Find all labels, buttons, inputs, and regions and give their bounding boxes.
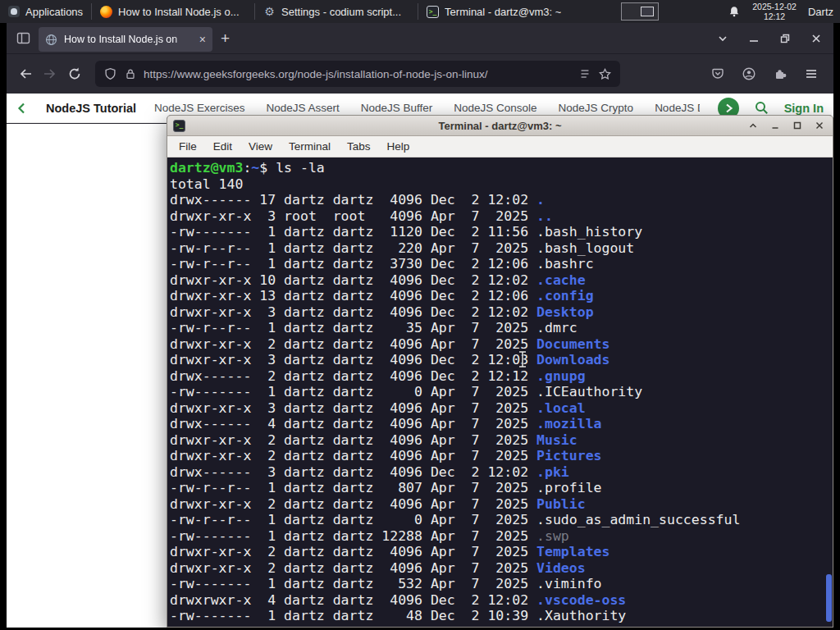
user-menu[interactable]: Dartz [808, 6, 837, 18]
taskbar-label: Terminal - dartz@vm3: ~ [445, 6, 561, 18]
terminal-output-line: drwxr-xr-x 13 dartz dartz 4096 Dec 2 12:… [170, 288, 833, 304]
applications-icon [8, 6, 20, 17]
desktop: Applications How to Install Node.js o...… [0, 0, 840, 630]
terminal-menubar: File Edit View Terminal Tabs Help [167, 136, 833, 158]
minimize-icon[interactable] [768, 118, 783, 133]
account-icon[interactable] [737, 62, 761, 86]
file-name: .bash_logout [536, 240, 634, 256]
file-name: .pki [536, 464, 569, 480]
terminal-output-line: drwxr-xr-x 3 dartz dartz 4096 Dec 2 12:0… [170, 352, 833, 368]
terminal-output-line: drwxrwxr-x 4 dartz dartz 4096 Dec 2 12:0… [170, 592, 833, 609]
menu-view[interactable]: View [241, 138, 280, 155]
gfg-nav-items: NodeJS Exercises NodeJS Assert NodeJS Bu… [154, 102, 700, 114]
clock-date: 2025-12-02 [752, 2, 797, 12]
gfg-nav-item[interactable]: NodeJS Assert [266, 102, 339, 114]
reload-icon[interactable] [62, 62, 87, 86]
prompt-path: ~ [251, 160, 259, 176]
prompt-dollar: $ [259, 160, 276, 176]
settings-gear-icon: ⚙ [263, 6, 276, 18]
terminal-window-controls [746, 118, 827, 133]
terminal-output-line: drwxr-xr-x 3 dartz dartz 4096 Dec 2 12:0… [170, 304, 833, 321]
menu-file[interactable]: File [171, 138, 204, 155]
tab-active[interactable]: How to Install Node.js on × [39, 27, 212, 52]
taskbar-item-terminal[interactable]: >_ Terminal - dartz@vm3: ~ [418, 0, 581, 23]
gfg-back-chevron-icon[interactable] [16, 102, 28, 115]
notification-bell-icon[interactable] [728, 5, 741, 18]
padlock-icon[interactable] [124, 67, 137, 80]
menu-edit[interactable]: Edit [206, 138, 240, 155]
file-name: .dmrc [536, 320, 578, 336]
taskbar-item-settings[interactable]: ⚙ Settings - codium script... [255, 0, 418, 23]
taskbar-item-firefox[interactable]: How to Install Node.js o... [92, 0, 254, 23]
url-bar[interactable]: https://www.geeksforgeeks.org/node-js/in… [95, 61, 620, 87]
forward-icon[interactable] [38, 62, 62, 86]
terminal-output-line: -rw-r--r-- 1 dartz dartz 3730 Dec 2 12:0… [170, 256, 833, 272]
bookmark-star-icon[interactable] [598, 67, 612, 81]
terminal-output-line: -rw------- 1 dartz dartz 1120 Dec 2 11:5… [170, 224, 833, 240]
file-name: .mozilla [536, 416, 601, 431]
list-all-tabs-icon[interactable] [710, 26, 735, 51]
file-name: .bash_history [536, 224, 642, 240]
reader-mode-icon[interactable] [578, 67, 591, 80]
close-button[interactable] [804, 26, 829, 51]
terminal-output-line: drwx------ 17 dartz dartz 4096 Dec 2 12:… [170, 192, 833, 208]
terminal-output-line: drwxr-xr-x 2 dartz dartz 4096 Apr 7 2025… [170, 496, 833, 513]
taskbar-label: Settings - codium script... [281, 6, 401, 18]
gfg-nav-item[interactable]: NodeJS Exercises [154, 102, 244, 114]
file-name: .ICEauthority [536, 384, 642, 399]
applications-menu[interactable]: Applications [0, 0, 91, 23]
restore-button[interactable] [773, 26, 797, 51]
terminal-title: Terminal - dartz@vm3: ~ [167, 120, 833, 132]
tab-close-icon[interactable]: × [199, 34, 206, 45]
terminal-scrollbar-thumb[interactable] [826, 574, 832, 622]
gfg-nav-item[interactable]: NodeJS Crypto [559, 102, 634, 114]
menu-tabs[interactable]: Tabs [340, 138, 378, 155]
extensions-puzzle-icon[interactable] [768, 62, 792, 86]
terminal-output-line: -rw-r--r-- 1 dartz dartz 35 Apr 7 2025 .… [170, 320, 833, 336]
gfg-nav-tutorial[interactable]: NodeJS Tutorial [46, 102, 136, 115]
file-name: Music [536, 432, 578, 448]
prompt-user-host: dartz@vm3 [170, 160, 243, 176]
close-icon[interactable] [812, 118, 827, 133]
terminal-output-line: drwxr-xr-x 2 dartz dartz 4096 Apr 7 2025… [170, 560, 833, 577]
sign-in-button[interactable]: Sign In [784, 102, 824, 115]
globe-favicon-icon [45, 34, 57, 46]
terminal-output-line: -rw-r--r-- 1 dartz dartz 0 Apr 7 2025 .s… [170, 512, 833, 528]
file-name: Videos [536, 560, 586, 576]
minimize-button[interactable] [742, 26, 766, 51]
file-name: Public [536, 496, 586, 512]
menu-help[interactable]: Help [380, 138, 418, 155]
terminal-titlebar[interactable]: >_ Terminal - dartz@vm3: ~ [167, 116, 833, 136]
terminal-screen[interactable]: dartz@vm3:~$ ls -la total 140 drwx------… [167, 158, 833, 626]
toolbar-right-icons [705, 62, 827, 86]
terminal-output-line: drwx------ 2 dartz dartz 4096 Dec 2 12:1… [170, 368, 833, 385]
terminal-output-line: drwxr-xr-x 2 dartz dartz 4096 Apr 7 2025… [170, 432, 833, 449]
tab-title: How to Install Node.js on [64, 34, 193, 45]
back-icon[interactable] [13, 62, 38, 86]
new-tab-button[interactable]: + [221, 30, 230, 46]
terminal-output-line: drwxr-xr-x 2 dartz dartz 4096 Apr 7 2025… [170, 448, 833, 464]
file-name: .xscreensaver [536, 624, 642, 627]
firefox-icon [100, 6, 112, 18]
shade-icon[interactable] [746, 118, 760, 133]
gfg-nav-item[interactable]: NodeJS DNS [655, 102, 700, 114]
file-name: .gnupg [536, 368, 586, 384]
workspace-switcher[interactable] [621, 2, 659, 21]
tracking-shield-icon[interactable] [103, 67, 117, 81]
maximize-icon[interactable] [790, 118, 805, 133]
file-name: .cache [536, 272, 586, 288]
gfg-nav-item[interactable]: NodeJS Buffer [361, 102, 433, 114]
pocket-icon[interactable] [705, 62, 730, 86]
terminal-app-icon: >_ [173, 120, 185, 132]
hamburger-menu-icon[interactable] [799, 62, 824, 86]
file-name: Desktop [536, 304, 594, 320]
search-icon[interactable] [754, 100, 769, 116]
firefox-view-icon[interactable] [16, 31, 30, 45]
panel-clock[interactable]: 2025-12-02 12:12 [752, 2, 797, 22]
file-name: Documents [536, 336, 609, 352]
gfg-nav-item[interactable]: NodeJS Console [454, 102, 536, 114]
menu-terminal[interactable]: Terminal [281, 138, 338, 155]
terminal-output-line: drwxr-xr-x 2 dartz dartz 4096 Apr 7 2025… [170, 336, 833, 353]
file-name: .. [536, 208, 553, 224]
terminal-output-line: -rw-r--r-- 1 dartz dartz 807 Apr 7 2025 … [170, 480, 833, 496]
